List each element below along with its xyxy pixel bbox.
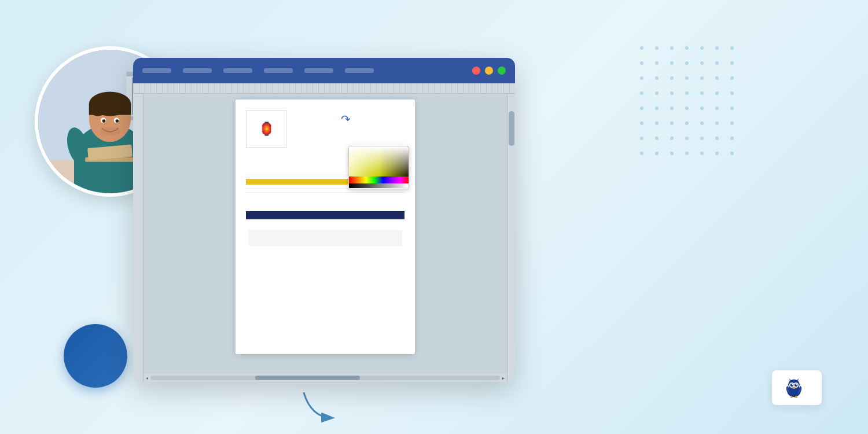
scroll-thumb[interactable] <box>255 376 360 380</box>
svg-point-19 <box>89 103 107 116</box>
word-icon-circle <box>64 324 127 388</box>
svg-point-22 <box>102 119 106 123</box>
browser-menu-item[interactable] <box>142 68 171 73</box>
browser-content-area: 🏮 ↷ <box>133 94 515 382</box>
scroll-right-arrow[interactable]: ▸ <box>502 376 505 381</box>
lamp-icon: 🏮 <box>259 123 274 135</box>
invoice-header: 🏮 ↷ <box>246 110 404 148</box>
scroll-track[interactable] <box>150 376 500 380</box>
owl-logo-icon <box>784 377 804 398</box>
close-button[interactable] <box>472 67 480 75</box>
terms-box <box>248 230 402 246</box>
invoice-owl-brand-box <box>772 370 822 405</box>
right-text-area <box>579 116 822 119</box>
color-rainbow-bar[interactable] <box>349 176 409 183</box>
svg-point-31 <box>790 384 793 387</box>
minimize-button[interactable] <box>485 67 493 75</box>
browser-menu <box>142 68 466 73</box>
color-picker-popup[interactable] <box>348 146 409 189</box>
vertical-ruler <box>133 94 144 382</box>
browser-window: 🏮 ↷ <box>133 58 515 382</box>
browser-menu-item[interactable] <box>223 68 252 73</box>
paid-row <box>246 205 404 208</box>
svg-point-34 <box>796 384 797 385</box>
svg-point-32 <box>795 384 797 387</box>
curved-arrow-small: ↷ <box>292 112 399 126</box>
document-area: 🏮 ↷ <box>144 94 507 382</box>
dot-grid-decoration: const dotGrid = document.querySelector('… <box>640 46 741 162</box>
invoice-totals <box>246 196 404 208</box>
balance-due-bar <box>246 211 404 219</box>
invoice-document: 🏮 ↷ <box>236 100 415 354</box>
browser-menu-item[interactable] <box>183 68 212 73</box>
color-gradient-area[interactable] <box>349 146 409 176</box>
color-black-bar[interactable] <box>349 183 409 188</box>
browser-menu-item[interactable] <box>264 68 293 73</box>
horizontal-ruler <box>133 83 515 94</box>
scrollbar-thumb[interactable] <box>509 111 514 146</box>
svg-point-24 <box>100 127 120 136</box>
horizontal-scrollbar[interactable]: ◂ ▸ <box>144 374 507 382</box>
svg-marker-27 <box>789 378 792 381</box>
browser-menu-item[interactable] <box>345 68 374 73</box>
right-ruler <box>507 94 515 382</box>
invoice-logo: 🏮 <box>246 110 286 148</box>
svg-point-33 <box>792 384 793 385</box>
ruler-marks <box>133 83 515 93</box>
scroll-left-arrow[interactable]: ◂ <box>146 376 148 381</box>
invoice-title-area: ↷ <box>286 110 404 126</box>
maximize-button[interactable] <box>498 67 506 75</box>
item-desc <box>246 188 325 192</box>
svg-marker-28 <box>797 378 800 381</box>
svg-point-23 <box>116 119 119 123</box>
browser-menu-item[interactable] <box>304 68 333 73</box>
browser-window-controls <box>472 67 506 75</box>
browser-titlebar <box>133 58 515 83</box>
invoice-notes-section <box>246 224 404 249</box>
